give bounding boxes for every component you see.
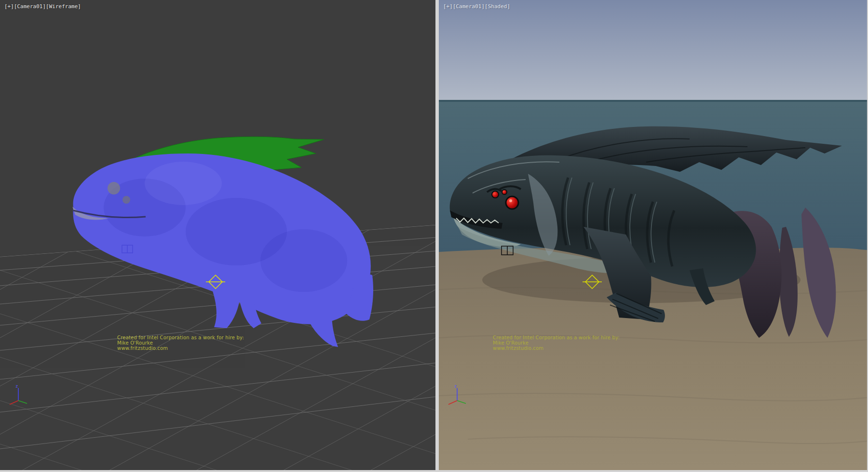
- viewport-splitter[interactable]: [435, 0, 439, 470]
- fish-eye-main: [506, 196, 518, 209]
- wireframe-scene-canvas[interactable]: [0, 0, 435, 470]
- viewport-camera-menu[interactable]: [Camera01]: [14, 3, 46, 10]
- fish-eye-tertiary: [502, 190, 507, 194]
- world-axis-tripod: z: [445, 382, 470, 407]
- axis-z-label: z: [454, 384, 457, 389]
- fish-wireframe-model[interactable]: [72, 153, 373, 347]
- credit-line-2: Mike O'Rourke: [117, 340, 244, 346]
- viewport-shading-menu[interactable]: [Wireframe]: [46, 3, 81, 10]
- viewport-label: [+][Camera01][Wireframe]: [4, 4, 81, 10]
- viewport-shading-menu[interactable]: [Shaded]: [485, 3, 510, 10]
- viewport-menu-button[interactable]: [+]: [443, 3, 453, 10]
- fish-eye-left-small: [122, 196, 130, 204]
- fish-eye-secondary: [492, 191, 499, 198]
- scene-credit-text: Created for Intel Corporation as a work …: [117, 335, 244, 351]
- axis-z-label: z: [15, 384, 18, 389]
- dual-viewport-stage: [+][Camera01][Wireframe]: [0, 0, 868, 472]
- viewport-label: [+][Camera01][Shaded]: [443, 4, 510, 10]
- credit-line-1: Created for Intel Corporation as a work …: [493, 335, 620, 340]
- credit-line-2: Mike O'Rourke: [493, 340, 620, 346]
- credit-line-1: Created for Intel Corporation as a work …: [117, 335, 244, 340]
- scene-credit-text: Created for Intel Corporation as a work …: [493, 335, 620, 351]
- credit-line-3: www.fritzstudio.com: [493, 346, 620, 351]
- viewport-camera-menu[interactable]: [Camera01]: [453, 3, 485, 10]
- shaded-scene-canvas[interactable]: [439, 0, 867, 470]
- viewport-wireframe[interactable]: [+][Camera01][Wireframe]: [0, 0, 435, 470]
- sky-region: [439, 0, 867, 100]
- viewport-shaded[interactable]: [+][Camera01][Shaded]: [439, 0, 867, 470]
- world-axis-tripod: z: [6, 382, 31, 407]
- fish-eye-left-large: [108, 182, 120, 194]
- viewport-menu-button[interactable]: [+]: [4, 3, 14, 10]
- credit-line-3: www.fritzstudio.com: [117, 346, 244, 351]
